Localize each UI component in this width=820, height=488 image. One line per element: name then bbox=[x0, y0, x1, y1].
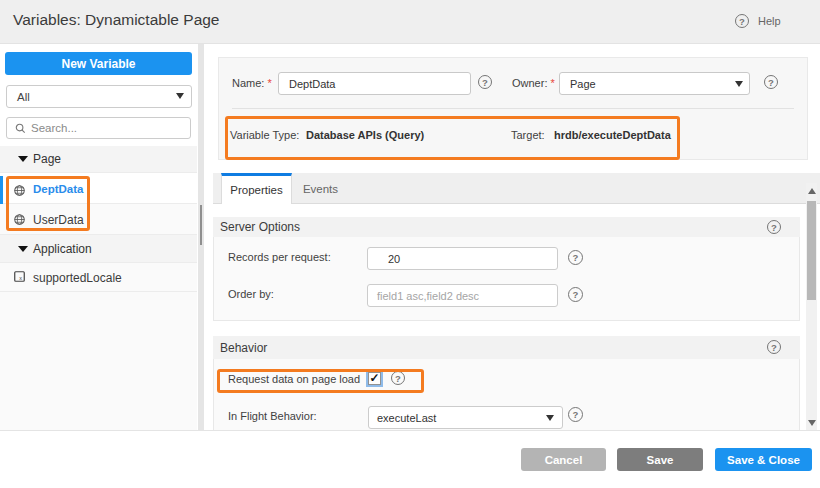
svg-text:x: x bbox=[19, 275, 22, 281]
